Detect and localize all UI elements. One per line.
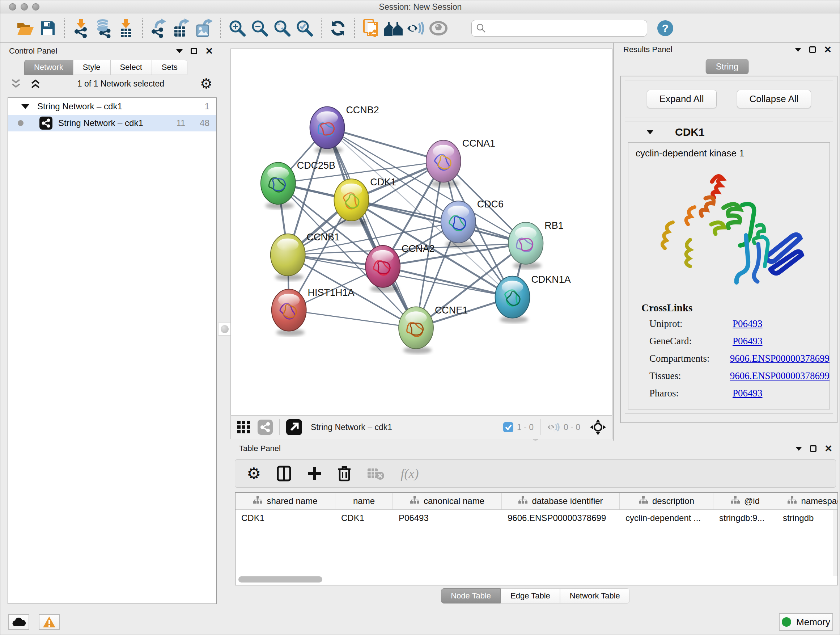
expand-all-icon[interactable] — [29, 78, 42, 89]
network-node-CCNA2[interactable]: CCNA2 — [365, 243, 434, 293]
import-network-from-file-icon[interactable] — [70, 17, 92, 39]
network-options-gear-icon[interactable]: ⚙ — [200, 78, 212, 89]
table-cell[interactable]: CDK1 — [235, 510, 335, 527]
gene-section-collapse-icon[interactable] — [647, 130, 653, 134]
search-field[interactable] — [471, 20, 647, 36]
panel-float-icon[interactable] — [810, 445, 816, 452]
panel-close-icon[interactable]: ✕ — [205, 48, 213, 54]
column-header-@id[interactable]: @id — [714, 493, 777, 509]
refresh-icon[interactable] — [327, 17, 349, 39]
table-cell[interactable]: stringdb:9... — [714, 510, 777, 527]
panel-menu-icon[interactable] — [796, 447, 802, 451]
zoom-in-icon[interactable] — [226, 17, 248, 39]
vertical-scrollbar[interactable] — [833, 510, 837, 576]
hidden-elements-eye-icon[interactable] — [547, 422, 560, 432]
table-cell[interactable]: CDK1 — [335, 510, 393, 527]
help-button[interactable]: ? — [657, 20, 673, 36]
network-thumbnail-icon[interactable] — [257, 420, 273, 435]
column-header-shared-name[interactable]: shared name — [235, 493, 335, 509]
delete-table-icon[interactable] — [367, 467, 385, 480]
network-node-HIST1H1A[interactable]: HIST1H1A — [272, 287, 355, 336]
crosslink-link[interactable]: P06493 — [733, 388, 763, 399]
network-node-CCNA1[interactable]: CCNA1 — [426, 138, 495, 187]
crosslink-link[interactable]: P06493 — [733, 336, 763, 347]
import-network-from-database-icon[interactable] — [92, 17, 115, 39]
column-header-description[interactable]: description — [620, 493, 714, 509]
tab-string[interactable]: String — [706, 59, 749, 74]
selected-nodes-checkbox-icon[interactable] — [503, 422, 513, 432]
zoom-out-icon[interactable] — [248, 17, 271, 39]
column-header-name[interactable]: name — [335, 493, 393, 509]
save-session-icon[interactable] — [36, 17, 59, 39]
table-cell[interactable]: cyclin-dependent ... — [620, 510, 714, 527]
show-columns-icon[interactable] — [277, 466, 291, 481]
export-network-icon[interactable] — [148, 17, 171, 39]
crosslink-link[interactable]: P06493 — [733, 318, 763, 329]
birdseye-navigator-icon[interactable] — [590, 419, 606, 435]
network-node-CDC25B[interactable]: CDC25B — [261, 160, 335, 209]
left-splitter-handle[interactable] — [218, 323, 231, 336]
collection-collapse-icon[interactable] — [21, 104, 29, 109]
export-table-icon[interactable] — [171, 17, 193, 39]
collapse-all-button[interactable]: Collapse All — [737, 90, 812, 108]
show-hide-graphics-details-icon[interactable] — [405, 17, 427, 39]
column-header-namespace[interactable]: namespace — [777, 493, 838, 509]
column-header-canonical-name[interactable]: canonical name — [393, 493, 502, 509]
network-node-CDK1[interactable]: CDK1 — [334, 177, 396, 226]
panel-float-icon[interactable] — [191, 48, 197, 54]
search-input[interactable] — [486, 24, 638, 33]
network-edge-CCNB2-CCNA1[interactable] — [327, 128, 444, 162]
zoom-fit-icon[interactable] — [271, 17, 294, 39]
network-collection-row[interactable]: String Network – cdk1 1 — [8, 98, 216, 115]
tab-network[interactable]: Network — [24, 60, 73, 75]
column-header-database-identifier[interactable]: database identifier — [502, 493, 620, 509]
crosslink-label: Uniprot: — [649, 318, 733, 329]
birds-eye-view-icon[interactable] — [427, 17, 450, 39]
panel-close-icon[interactable]: ✕ — [824, 445, 832, 452]
open-session-icon[interactable] — [14, 17, 36, 39]
create-column-icon[interactable] — [307, 466, 322, 481]
table-cell[interactable]: P06493 — [393, 510, 502, 527]
table-row[interactable]: CDK1CDK1P064939606.ENSP00000378699cyclin… — [235, 510, 837, 527]
network-node-CDKN1A[interactable]: CDKN1A — [495, 274, 571, 323]
return-to-start-icon[interactable] — [382, 17, 405, 39]
memory-button[interactable]: Memory — [779, 613, 833, 631]
zoom-selected-icon[interactable] — [294, 17, 316, 39]
import-table-from-file-icon[interactable] — [115, 17, 137, 39]
open-in-cytoscape-web-icon[interactable] — [360, 17, 382, 39]
network-edge-HIST1H1A-CCNE1[interactable] — [289, 310, 416, 328]
tab-style[interactable]: Style — [73, 60, 111, 75]
network-row[interactable]: String Network – cdk1 11 48 — [8, 115, 216, 131]
export-image-icon[interactable] — [193, 17, 215, 39]
expand-all-button[interactable]: Expand All — [647, 90, 717, 108]
open-full-view-icon[interactable] — [286, 419, 302, 435]
cloud-status-button[interactable] — [8, 614, 29, 630]
warning-status-button[interactable] — [39, 614, 60, 630]
delete-column-icon[interactable] — [338, 466, 351, 481]
crosslink-link[interactable]: 9606.ENSP00000378699 — [730, 371, 829, 381]
panel-float-icon[interactable] — [809, 46, 816, 53]
network-node-RB1[interactable]: RB1 — [508, 220, 564, 269]
network-node-CCNE1[interactable]: CCNE1 — [399, 305, 468, 354]
table-cell[interactable]: 9606.ENSP00000378699 — [502, 510, 620, 527]
panel-close-icon[interactable]: ✕ — [824, 46, 832, 53]
collapse-all-icon[interactable] — [10, 78, 22, 89]
grid-view-icon[interactable] — [237, 420, 251, 434]
network-canvas[interactable]: CCNB2CCNA1CDC25BCDK1CDC6RB1CCNB1CCNA2CDK… — [231, 49, 613, 415]
panel-menu-icon[interactable] — [176, 49, 183, 53]
tab-sets[interactable]: Sets — [152, 60, 187, 75]
network-node-CCNB2[interactable]: CCNB2 — [310, 105, 379, 154]
tab-select[interactable]: Select — [111, 60, 152, 75]
crosslink-link[interactable]: 9606.ENSP00000378699 — [730, 353, 829, 364]
title-bar: Session: New Session — [0, 0, 840, 13]
panel-menu-icon[interactable] — [795, 48, 801, 52]
tab-node-table[interactable]: Node Table — [441, 588, 501, 603]
node-label-CDC25B: CDC25B — [297, 160, 335, 171]
horizontal-scrollbar[interactable] — [238, 576, 322, 583]
table-cell[interactable]: stringdb — [777, 510, 838, 527]
tab-network-table[interactable]: Network Table — [560, 588, 630, 603]
tab-edge-table[interactable]: Edge Table — [501, 588, 560, 603]
shared-column-icon — [518, 496, 527, 507]
table-options-gear-icon[interactable]: ⚙ — [247, 466, 261, 481]
function-builder-icon[interactable]: f(x) — [401, 466, 418, 481]
